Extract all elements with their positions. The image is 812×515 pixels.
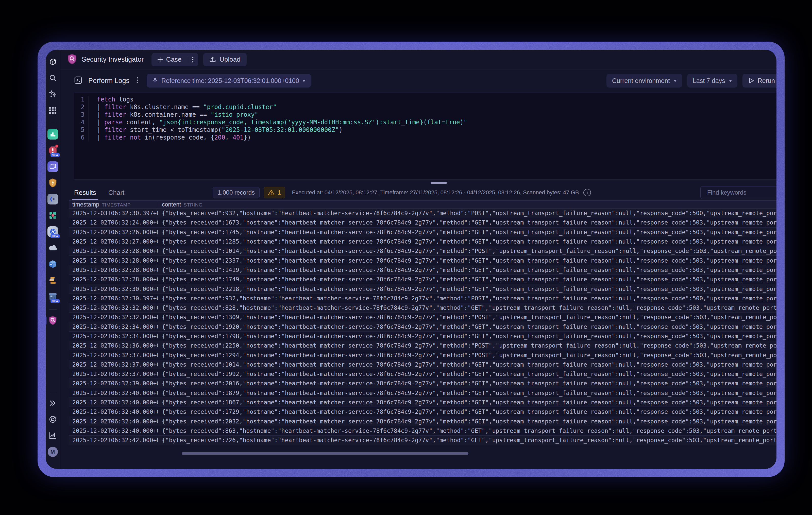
services-app-icon[interactable] [47,161,59,173]
table-row[interactable]: 2025-12-02T06:32:28.000+0100{"bytes_rece… [69,246,777,256]
titlebar: Security Investigator Case Upload [60,50,777,69]
cell-content: {"bytes_received":1992,"hostname":"heart… [158,369,777,378]
user-avatar[interactable]: M [47,446,59,458]
cell-content: {"bytes_received":1745,"hostname":"heart… [158,228,777,237]
containers-app-icon[interactable]: NEW [47,291,59,302]
security-investigator-app-icon[interactable] [47,314,59,326]
kubernetes-app-icon[interactable]: NEW [47,226,59,238]
table-row[interactable]: 2025-12-02T06:32:34.000+0100{"bytes_rece… [69,332,777,341]
workflows-app-icon[interactable] [47,193,59,205]
table-row[interactable]: 2025-12-02T06:32:24.000+0100{"bytes_rece… [69,218,777,227]
table-row[interactable]: 2025-12-02T06:32:30.397+0100{"bytes_rece… [69,294,777,303]
cell-content: {"bytes_received":2218,"hostname":"heart… [158,284,777,293]
code-line[interactable]: 1fetch logs [74,96,777,103]
cell-content: {"bytes_received":1014,"hostname":"heart… [158,360,777,369]
search-input[interactable] [707,189,777,196]
cell-content: {"bytes_received":1014,"hostname":"heart… [158,246,777,255]
table-row[interactable]: 2025-12-02T06:32:37.000+0100{"bytes_rece… [69,369,777,379]
reference-time-dropdown[interactable]: Reference time: 2025-12-03T06:32:01.000+… [147,74,311,88]
cell-timestamp: 2025-12-02T06:32:28.000+0100 [69,275,158,284]
cell-timestamp: 2025-12-02T06:32:28.000+0100 [69,256,158,265]
hosts-app-icon[interactable] [47,274,59,286]
search-icon[interactable] [47,72,59,84]
code-line[interactable]: 5| filter start_time < toTimestamp("2025… [74,126,777,134]
code-line[interactable]: 6| filter not in(response_code, {200, 40… [74,134,777,141]
cell-content: {"bytes_received":1867,"hostname":"heart… [158,398,777,407]
column-timestamp[interactable]: timestamp [72,201,99,208]
upload-button[interactable]: Upload [203,53,246,66]
table-row[interactable]: 2025-12-02T06:32:32.000+0100{"bytes_rece… [69,303,777,312]
table-row[interactable]: 2025-12-02T06:32:42.000+0100{"bytes_rece… [69,435,777,445]
help-lifebuoy-icon[interactable] [47,414,59,425]
apps-grid-icon[interactable] [47,104,59,116]
code-line[interactable]: 2| filter k8s.cluster.name == "prod.cupi… [74,103,777,111]
code-line[interactable]: 3| filter k8s.container.name == "istio-p… [74,111,777,119]
column-content[interactable]: content [162,201,181,208]
shield-bolt-app-icon[interactable] [47,177,59,189]
table-row[interactable]: 2025-12-02T06:32:34.000+0100{"bytes_rece… [69,322,777,332]
horizontal-scrollbar-thumb[interactable] [182,452,468,455]
cell-content: {"bytes_received":1673,"hostname":"heart… [158,218,777,227]
line-number: 3 [74,111,89,119]
timeframe-dropdown[interactable]: Last 7 days▾ [687,74,737,88]
cell-content: {"bytes_received":932,"hostname":"heartb… [158,209,777,218]
rail-divider [49,309,57,309]
table-row[interactable]: 2025-12-02T06:32:40.000+0100{"bytes_rece… [69,398,777,407]
table-row[interactable]: 2025-12-02T06:32:37.000+0100{"bytes_rece… [69,350,777,360]
table-row[interactable]: 2025-12-02T06:32:28.000+0100{"bytes_rece… [69,265,777,275]
table-row[interactable]: 2025-12-02T06:32:40.000+0100{"bytes_rece… [69,407,777,417]
cell-content: {"bytes_received":828,"hostname":"heartb… [158,303,777,312]
infrastructure-app-icon[interactable] [47,258,59,270]
cell-timestamp: 2025-12-02T06:32:37.000+0100 [69,369,158,378]
table-row[interactable]: 2025-12-02T06:32:26.000+0100{"bytes_rece… [69,228,777,237]
case-menu-kebab-icon[interactable] [187,56,198,63]
new-case-button[interactable]: Case [151,56,187,63]
table-row[interactable]: 2025-12-02T06:32:30.000+0100{"bytes_rece… [69,284,777,294]
table-row[interactable]: 2025-12-02T06:32:40.000+0100{"bytes_rece… [69,426,777,435]
table-row[interactable]: 2025-12-02T06:32:37.000+0100{"bytes_rece… [69,360,777,369]
table-header: timestamp TIMESTAMP content STRING [69,201,777,209]
table-row[interactable]: 2025-12-02T06:32:27.000+0100{"bytes_rece… [69,237,777,246]
editor-resize-handle[interactable] [431,182,447,184]
main-area: Perform Logs Reference time: 2025-12-03T… [60,69,777,469]
table-row[interactable]: 2025-12-02T06:32:28.000+0100{"bytes_rece… [69,256,777,265]
smartscape-app-icon[interactable] [47,210,59,221]
analytics-app-icon[interactable] [47,128,59,140]
app-window: NEW NEW [46,50,777,469]
cell-content: {"bytes_received":863,"hostname":"heartb… [158,426,777,435]
table-row[interactable]: 2025-12-02T06:32:39.000+0100{"bytes_rece… [69,379,777,388]
page-title: Security Investigator [82,56,144,63]
notification-dot [55,145,58,148]
warning-badge[interactable]: 1 [264,187,285,199]
new-badge: NEW [51,153,59,157]
new-badge: NEW [51,299,59,303]
ai-sparkles-icon[interactable] [47,88,59,100]
dynatrace-logo-icon[interactable] [47,56,59,67]
problems-app-icon[interactable]: NEW [47,145,59,156]
expand-rail-icon[interactable] [47,397,59,409]
cell-timestamp: 2025-12-02T06:32:30.397+0100 [69,294,158,303]
query-kebab-icon[interactable] [135,77,140,85]
cell-timestamp: 2025-12-02T06:32:40.000+0100 [69,407,158,416]
cell-content: {"bytes_received":2250,"hostname":"heart… [158,341,777,350]
table-row[interactable]: 2025-12-02T06:32:40.000+0100{"bytes_rece… [69,417,777,426]
rail-divider [49,392,57,392]
tab-results[interactable]: Results [74,185,96,201]
tab-chart[interactable]: Chart [108,185,124,201]
case-button-group: Case [151,53,198,66]
info-icon[interactable]: i [583,189,591,196]
environment-dropdown[interactable]: Current environment▾ [606,74,682,88]
table-row[interactable]: 2025-12-02T06:32:36.000+0100{"bytes_rece… [69,341,777,350]
table-row[interactable]: 2025-12-02T06:32:28.000+0100{"bytes_rece… [69,275,777,284]
find-keywords-search[interactable]: ✕ [700,186,777,199]
table-row[interactable]: 2025-12-02T06:32:32.000+0100{"bytes_rece… [69,312,777,322]
left-nav-rail: NEW NEW [46,50,60,469]
rerun-button[interactable]: Rerun [743,74,777,88]
cell-timestamp: 2025-12-02T06:32:40.000+0100 [69,417,158,426]
code-line[interactable]: 4| parse content, "json{int:response_cod… [74,119,777,126]
table-row[interactable]: 2025-12-02T06:32:40.000+0100{"bytes_rece… [69,388,777,398]
usage-chart-icon[interactable] [47,430,59,442]
dql-query-editor[interactable]: 1fetch logs2| filter k8s.cluster.name ==… [74,93,777,180]
table-row[interactable]: 2025-12-03T06:32:30.397+0100{"bytes_rece… [69,209,777,218]
clouds-app-icon[interactable] [47,242,59,254]
